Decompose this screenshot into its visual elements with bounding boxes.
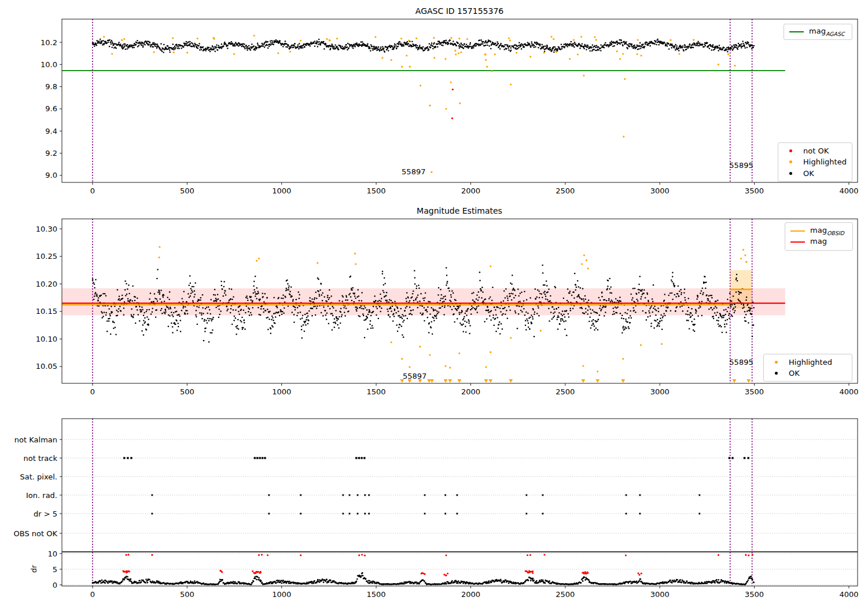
svg-text:2500: 2500 (556, 186, 575, 195)
x-axis-ticks: 05001000150020002500300035004000 (90, 182, 859, 195)
svg-text:3500: 3500 (745, 186, 764, 195)
y-axis-ticks: 10.0510.1010.1510.2010.2510.30 (36, 225, 62, 371)
svg-text:1500: 1500 (367, 186, 386, 195)
legend-label: Highlighted (789, 358, 832, 367)
ok-dot-swatch (775, 372, 778, 375)
svg-text:2000: 2000 (461, 186, 480, 195)
dotted-obsid-boundary-lines (93, 419, 752, 586)
svg-text:5: 5 (53, 565, 57, 574)
not-ok-dot-swatch (789, 149, 792, 152)
svg-text:10.0: 10.0 (41, 60, 57, 69)
svg-text:10.25: 10.25 (36, 252, 57, 261)
legend-row: OK (784, 168, 847, 179)
plots-svg: 050010001500200025003000350040009.09.29.… (0, 0, 868, 608)
svg-text:4000: 4000 (839, 186, 858, 195)
svg-text:not track: not track (23, 454, 57, 463)
panel2-title: Magnitude Estimates (417, 206, 502, 215)
legend-row: magAGASC (789, 27, 847, 37)
svg-text:500: 500 (180, 590, 194, 599)
legend-row: OK (769, 368, 847, 379)
legend-point-types-p1: not OK Highlighted OK (778, 142, 852, 182)
not-track-markers (123, 457, 749, 459)
obsid-annotation: 55895 (729, 161, 753, 170)
legend-label: not OK (803, 146, 829, 155)
svg-text:500: 500 (180, 387, 194, 396)
legend-label: OK (789, 369, 800, 378)
svg-text:3000: 3000 (650, 590, 670, 599)
svg-text:dr > 5: dr > 5 (34, 510, 57, 518)
panel1-highlighted-points (103, 35, 735, 173)
legend-point-types-p2: Highlighted OK (763, 354, 852, 382)
legend-label: Highlighted (803, 158, 847, 166)
svg-text:10.2: 10.2 (41, 38, 57, 47)
svg-text:Ion. rad.: Ion. rad. (26, 491, 57, 500)
legend-mag-lines: magOBSID mag (785, 222, 853, 251)
dr-gt5-markers (151, 513, 700, 515)
obsid-annotation: 55897 (403, 372, 426, 380)
figure: 050010001500200025003000350040009.09.29.… (0, 0, 868, 608)
svg-text:0: 0 (90, 186, 95, 195)
dr-axis-label: dr (30, 565, 38, 573)
dr-axis-ticks: 0510 (47, 550, 62, 589)
svg-text:10.30: 10.30 (36, 225, 57, 233)
legend-label: mag (810, 237, 827, 247)
ion-rad-markers (151, 495, 700, 496)
panel1-not-ok-points (451, 89, 454, 119)
legend-row: mag (790, 237, 847, 248)
svg-text:9.4: 9.4 (45, 127, 57, 135)
flag-category-labels: not Kalmannot trackSat. pixel.Ion. rad.d… (14, 435, 62, 538)
svg-text:9.8: 9.8 (45, 82, 57, 91)
svg-text:2000: 2000 (461, 590, 480, 599)
svg-text:10.15: 10.15 (36, 307, 57, 316)
axes-spines (62, 419, 858, 586)
legend-mag-agasc: magAGASC (784, 24, 852, 40)
svg-text:10: 10 (47, 550, 57, 558)
legend-row: magOBSID (790, 225, 847, 237)
x-axis-ticks: 05001000150020002500300035004000 (90, 586, 859, 599)
panel1-ok-points (92, 38, 755, 53)
svg-text:3000: 3000 (650, 387, 670, 396)
legend-row: Highlighted (769, 357, 847, 368)
legend-row: not OK (784, 145, 847, 156)
svg-text:2500: 2500 (556, 590, 575, 599)
svg-text:10.05: 10.05 (36, 362, 57, 371)
svg-text:9.6: 9.6 (45, 104, 57, 113)
svg-text:10.10: 10.10 (36, 335, 57, 343)
svg-text:0: 0 (90, 590, 95, 599)
legend-row: Highlighted (784, 156, 847, 167)
svg-text:1000: 1000 (272, 186, 291, 195)
y-axis-ticks: 9.09.29.49.69.810.010.2 (41, 38, 62, 180)
svg-text:OBS not OK: OBS not OK (14, 529, 58, 538)
svg-text:3500: 3500 (745, 387, 764, 396)
svg-text:Sat. pixel.: Sat. pixel. (20, 473, 57, 481)
panel1-title: AGASC ID 157155376 (415, 6, 503, 16)
x-axis-ticks: 05001000150020002500300035004000 (90, 383, 859, 396)
svg-text:1000: 1000 (272, 387, 291, 396)
svg-text:3500: 3500 (745, 590, 764, 599)
svg-text:500: 500 (180, 186, 194, 195)
obsid-annotation: 55895 (729, 358, 753, 367)
svg-text:2000: 2000 (461, 387, 480, 396)
svg-text:3000: 3000 (650, 186, 670, 195)
flag-gridlines (62, 439, 858, 585)
mag-agasc-line-swatch (789, 31, 804, 32)
mag-obsid-line-swatch (790, 230, 805, 232)
panel2-clipped-triangles (400, 379, 751, 383)
legend-label: magOBSID (810, 226, 844, 236)
svg-text:not Kalman: not Kalman (14, 435, 57, 444)
highlighted-dot-swatch (775, 361, 778, 364)
svg-text:9.2: 9.2 (45, 149, 57, 158)
svg-text:2500: 2500 (556, 387, 575, 396)
svg-text:4000: 4000 (839, 590, 858, 599)
svg-text:1500: 1500 (367, 590, 386, 599)
dr-not-ok-points (122, 554, 753, 576)
svg-text:1000: 1000 (272, 590, 291, 599)
ok-dot-swatch (789, 172, 792, 175)
svg-text:0: 0 (90, 387, 95, 396)
svg-text:10.20: 10.20 (36, 280, 57, 288)
mag-std-band (62, 288, 785, 316)
legend-label: OK (803, 169, 814, 178)
svg-text:0: 0 (53, 581, 57, 589)
mag-line-swatch (790, 241, 805, 243)
svg-text:1500: 1500 (367, 387, 386, 396)
